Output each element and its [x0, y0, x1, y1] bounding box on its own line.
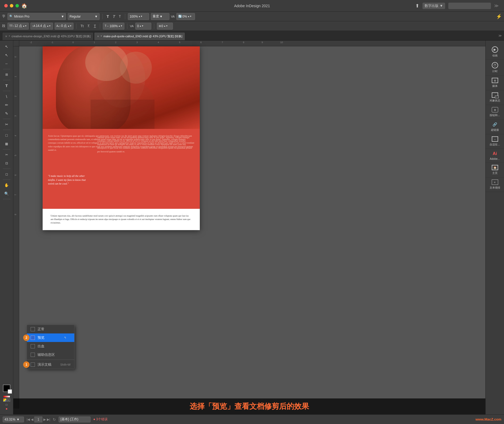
ruler-corner: [13, 40, 19, 46]
last-page-btn[interactable]: ▶|: [47, 418, 50, 421]
rect-tool-btn[interactable]: □: [2, 131, 11, 139]
publish-button[interactable]: 数字出版 ▼: [422, 3, 445, 9]
base-dropdown[interactable]: [基本] (工作): [59, 417, 91, 422]
pen-tool-btn[interactable]: ✏: [2, 101, 11, 109]
tab-1[interactable]: ✕ * make-pull-quote-callout_END.indd @ 4…: [94, 32, 185, 40]
first-page-btn[interactable]: |◀: [27, 418, 30, 421]
gradient-mode-btn[interactable]: G: [7, 398, 10, 402]
minimize-button[interactable]: [10, 4, 13, 7]
horiz-scale-input[interactable]: T↔ 100% ▲▼: [103, 23, 124, 30]
hscale-spinner[interactable]: ▲▼: [118, 25, 123, 27]
font-dropdown[interactable]: 🔍 Minion Pro ▼: [7, 13, 66, 20]
font-size-input[interactable]: 100% ▲▼: [128, 13, 149, 20]
panel-master[interactable]: 🏠 主页: [486, 163, 504, 177]
view-bleed-item[interactable]: 出血: [27, 342, 74, 350]
tt-italic-btn[interactable]: T: [111, 14, 116, 19]
gap-tool-btn[interactable]: ↔: [2, 60, 11, 68]
skew-input[interactable]: 🔄 0% ▲▼: [176, 13, 195, 20]
maximize-button[interactable]: [15, 4, 19, 7]
panel-timing[interactable]: ⏱ 计时: [486, 60, 504, 76]
tab-close-1[interactable]: ✕: [97, 35, 99, 38]
pull-quote[interactable]: "I make music to help all the other misf…: [48, 174, 92, 186]
tab-close-0[interactable]: ✕: [5, 35, 7, 38]
type-tool-btn[interactable]: T: [2, 81, 11, 89]
tt2-b-btn[interactable]: T.: [86, 23, 91, 28]
text-size-input[interactable]: TT↕ 12 点 ▲▼: [7, 23, 29, 30]
tracking-dropdown[interactable]: 量度 ▼: [151, 13, 169, 20]
zoom-tool-btn[interactable]: 🔍: [2, 190, 11, 198]
rl-2: 2: [14, 93, 17, 97]
panel-liquid-label: 自适应...: [490, 143, 500, 146]
selection-tool-btn[interactable]: ↖: [2, 43, 11, 51]
color-mode-btn[interactable]: [3, 398, 6, 402]
base-spinner[interactable]: ▲▼: [67, 25, 72, 27]
panel-textwrap[interactable]: ≡ 文本绕排: [486, 177, 504, 192]
stroke-color-swatch[interactable]: [8, 389, 12, 394]
leading-input[interactable]: ↕A 14.4 点 ▲▼: [30, 23, 53, 30]
skew-spinner[interactable]: ▲▼: [188, 15, 192, 18]
media-icon: ⊞: [492, 78, 498, 83]
gradient-tool-btn[interactable]: ▦: [2, 140, 11, 148]
panel-collapse-icon[interactable]: ≫: [494, 3, 499, 8]
panel-adobe[interactable]: Ai Adobe...: [486, 149, 504, 163]
panel-buttons[interactable]: ⊕ 按钮和...: [486, 105, 504, 120]
prev-page-btn[interactable]: ◀: [31, 418, 33, 421]
share-icon[interactable]: ⬆: [415, 3, 419, 9]
view-normal-item[interactable]: 正常: [27, 325, 74, 333]
tt2-c-btn[interactable]: T: [92, 23, 97, 28]
direct-select-btn[interactable]: ↖: [2, 51, 11, 59]
fill-color-swatch[interactable]: [3, 385, 10, 392]
page-input[interactable]: [34, 417, 42, 422]
presentation-mode-item[interactable]: 1 演示文稿 Shift+W: [27, 360, 74, 369]
panel-hyperlinks[interactable]: 🔗 超链接: [486, 120, 504, 134]
skew-value: 0%: [182, 15, 187, 18]
panel-animation[interactable]: ▶ 动画: [486, 44, 504, 60]
normal-mode-btn[interactable]: □: [6, 403, 7, 406]
line-tool-btn[interactable]: \: [2, 92, 11, 100]
view-slug-item[interactable]: 辅助信息区: [27, 350, 74, 359]
ruler-num-neg1: -1: [51, 41, 53, 44]
lead-spinner[interactable]: ▲▼: [47, 25, 51, 27]
close-button[interactable]: [4, 4, 8, 7]
refresh-icon[interactable]: ↻: [53, 417, 56, 422]
lightning-icon[interactable]: ⚡: [496, 14, 502, 19]
kern-spinner[interactable]: ▲▼: [139, 25, 144, 27]
error-count[interactable]: ● 3个错误: [93, 417, 107, 422]
panel-object-states[interactable]: 对象状态: [486, 90, 504, 105]
baseline-input[interactable]: Aₐ↕ 0 点 ▲▼: [55, 23, 74, 30]
pencil-tool-btn[interactable]: ✎: [2, 109, 11, 117]
font-size-spinner[interactable]: ▲▼: [138, 15, 143, 18]
style-dropdown[interactable]: Regular ▼: [68, 13, 100, 20]
panel-media[interactable]: ⊞ 媒体: [486, 76, 504, 90]
home-icon[interactable]: 🏠: [21, 3, 27, 9]
view-preview-item[interactable]: 2 预览 ↰: [27, 333, 74, 342]
tab-0[interactable]: ✕ * creative-resume-design_END.indd @ 43…: [2, 32, 94, 40]
panel-liquid[interactable]: ↔ 自适应...: [486, 134, 504, 149]
tt-bold-btn[interactable]: T: [105, 14, 110, 19]
panel-collapse-right-icon[interactable]: ≫: [498, 34, 502, 38]
direct-select-icon: ↖: [5, 53, 8, 57]
preview-mode-btn[interactable]: ■: [6, 407, 7, 410]
rotate-tool-btn[interactable]: ✂: [2, 151, 11, 159]
scissors-tool-btn[interactable]: ✂: [2, 120, 11, 128]
kern-input[interactable]: 0 ▲▼: [135, 23, 151, 30]
tt2-a-btn[interactable]: Tt: [79, 23, 85, 28]
hscale-icon: T↔: [105, 25, 109, 27]
animation-icon: ▶: [492, 46, 498, 53]
scale-tool-btn[interactable]: ⊡: [2, 159, 11, 167]
zoom-dropdown[interactable]: 43.31% ▼: [3, 417, 24, 422]
popup-sep: [27, 360, 74, 360]
grid-input[interactable]: ⊞ 0 ▲▼: [157, 23, 173, 30]
image-frame-btn[interactable]: ◻: [2, 170, 11, 178]
ts-spinner[interactable]: ▲▼: [23, 25, 27, 27]
timing-icon-inner: ⏱: [493, 63, 497, 67]
grid-spinner[interactable]: ▲▼: [164, 25, 168, 27]
content-tool-btn[interactable]: ⊞: [2, 71, 11, 79]
hand-tool-btn[interactable]: ✋: [2, 181, 11, 189]
next-page-btn[interactable]: ▶: [43, 418, 46, 421]
search-input-right[interactable]: [448, 3, 491, 9]
tool-sep-8: [3, 180, 10, 180]
tt-small-btn[interactable]: T: [117, 14, 122, 19]
tool-sep-6: [3, 149, 10, 149]
buttons-icon-inner: ⊕: [494, 108, 496, 111]
